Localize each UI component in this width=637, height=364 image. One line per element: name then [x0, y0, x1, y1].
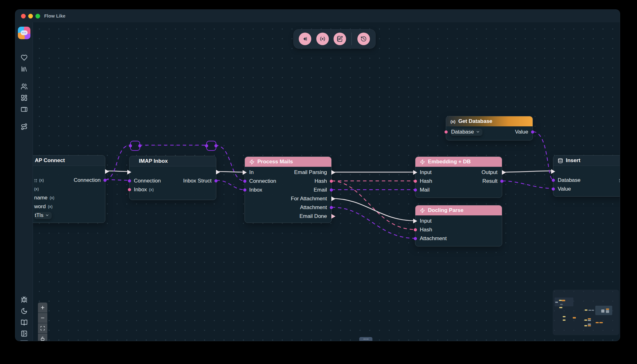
wire-reroute-2--process-mails-Connection[interactable]	[215, 145, 245, 181]
plus-icon	[40, 305, 45, 310]
notebook-pen-button[interactable]	[334, 33, 346, 45]
wire-imap-connect-Connection--imap-inbox-Connection[interactable]	[105, 180, 129, 180]
node-imap-connect[interactable]: AP Connect(x)Connection(x)name(x)word(x)…	[33, 155, 105, 223]
hash-in-pin[interactable]	[414, 180, 417, 183]
node-row: InEmail Parsing	[245, 168, 331, 177]
node-header: (x)Get Database	[446, 116, 533, 126]
titlebar: Flow Like	[15, 10, 620, 22]
sidebar-users-icon[interactable]	[20, 83, 28, 90]
wire-imap-inbox-exec--process-mails-In[interactable]	[216, 171, 245, 172]
reroute-node-1[interactable]	[130, 141, 140, 151]
wire-embedding-db-Result--insert-Value[interactable]	[502, 181, 553, 188]
wire-process-mails-Attachment--docling-parse-Attachment[interactable]	[332, 207, 415, 238]
user-avatar[interactable]	[18, 340, 30, 341]
node-get-database[interactable]: (x)Get DatabaseDatabaseValue	[446, 116, 533, 140]
wire-process-mails-For-Attachment--docling-parse-Input[interactable]	[331, 198, 415, 221]
database-in-pin[interactable]	[445, 130, 448, 134]
row-grip-icon[interactable]	[619, 178, 620, 182]
variables-icon	[319, 36, 326, 42]
connection-in-pin[interactable]	[128, 179, 131, 182]
exec-in-pin[interactable]	[551, 169, 555, 174]
sidebar-moon-icon[interactable]	[20, 307, 28, 315]
pin-label: For Attachment	[291, 196, 327, 202]
node-process-mails[interactable]: Process MailsInEmail ParsingConnectionHa…	[245, 156, 332, 223]
sidebar-briefcase-icon[interactable]	[20, 105, 28, 113]
sidebar-book-open-icon[interactable]	[20, 319, 28, 326]
connection-in-pin[interactable]	[243, 180, 246, 183]
pin-label: Database	[558, 177, 581, 183]
row-grip-icon[interactable]	[34, 178, 37, 182]
chevron-down-icon[interactable]	[45, 213, 49, 217]
wire-imap-inbox-Inbox-Struct--process-mails-Inbox[interactable]	[216, 180, 245, 190]
node-embedding-db[interactable]: Embedding + DBInputOutputHashResultMail	[415, 156, 502, 198]
hash-in-pin[interactable]	[414, 228, 417, 231]
node-row: InboxEmail	[245, 186, 331, 194]
email-out-pin[interactable]	[330, 188, 333, 192]
dropdown-pill[interactable]: tTls	[34, 212, 52, 219]
attachment-out-pin[interactable]	[330, 206, 333, 209]
pin-label: Attachment	[420, 235, 447, 242]
attachment-in-pin[interactable]	[414, 237, 417, 240]
chevron-down-icon[interactable]	[476, 130, 480, 134]
wire-process-mails-Hash--docling-parse-Hash[interactable]	[332, 181, 415, 229]
inbox-in-pin[interactable]	[128, 188, 131, 191]
lock-open-button[interactable]	[38, 334, 47, 341]
wire-get-database-Value--insert-Database[interactable]	[533, 132, 553, 180]
value-in-pin[interactable]	[552, 187, 555, 191]
node-insert[interactable]: InsertDatabaseValue	[553, 155, 620, 197]
wire-embedding-db-Output--insert-exec[interactable]	[502, 171, 553, 172]
reroute-out-pin[interactable]	[138, 144, 141, 147]
reroute-in-pin[interactable]	[205, 144, 208, 147]
output-out-pin[interactable]	[502, 170, 506, 175]
dropdown-pill[interactable]: Database	[450, 129, 482, 136]
bottom-dock-handle[interactable]	[359, 337, 372, 341]
fit-view-button[interactable]	[38, 323, 47, 333]
variable-badge: (x)	[39, 178, 44, 182]
exec-in-pin[interactable]	[127, 170, 131, 175]
node-row	[33, 167, 105, 176]
sidebar-bug-icon[interactable]	[20, 296, 28, 303]
history-button[interactable]	[357, 33, 370, 45]
exec-out-pin[interactable]	[105, 169, 109, 174]
zoom-button[interactable]	[35, 14, 40, 18]
for-attachment-out-pin[interactable]	[331, 197, 335, 201]
input-in-pin[interactable]	[413, 219, 417, 224]
connection-out-pin[interactable]	[103, 179, 107, 182]
node-docling-parse[interactable]: Docling ParseInputHashAttachment	[415, 205, 502, 246]
inbox-struct-out-pin[interactable]	[214, 179, 218, 182]
exec-out-pin[interactable]	[216, 170, 220, 175]
sidebar-library-icon[interactable]	[20, 65, 28, 73]
in-in-pin[interactable]	[243, 170, 247, 175]
node-imap-inbox[interactable]: IMAP InboxConnectionInbox StructInbox(x)	[129, 156, 216, 200]
email-parsing-out-pin[interactable]	[331, 170, 335, 175]
minimap[interactable]	[553, 290, 619, 335]
run-button[interactable]	[299, 33, 311, 45]
reroute-node-2[interactable]	[206, 141, 216, 151]
variables-button[interactable]	[316, 33, 329, 45]
sidebar-heart-icon[interactable]	[20, 54, 28, 61]
reroute-out-pin[interactable]	[214, 144, 218, 147]
sidebar-layout-grid-icon[interactable]	[20, 94, 28, 102]
value-out-pin[interactable]	[531, 130, 534, 134]
minimize-button[interactable]	[28, 14, 33, 18]
hash-out-pin[interactable]	[330, 180, 333, 183]
result-out-pin[interactable]	[500, 180, 503, 183]
minimap-node-rect	[559, 307, 562, 308]
email-done-out-pin[interactable]	[331, 214, 335, 219]
sidebar-panel-left-open-icon[interactable]	[20, 330, 28, 337]
plus-button[interactable]	[38, 303, 47, 313]
wire-imap-connect-Connection--reroute-1[interactable]	[105, 145, 130, 180]
inbox-in-pin[interactable]	[243, 188, 246, 192]
minus-button[interactable]	[38, 313, 47, 323]
database-in-pin[interactable]	[552, 179, 555, 182]
app-logo[interactable]	[18, 27, 30, 39]
input-in-pin[interactable]	[413, 170, 417, 175]
flow-canvas[interactable]: AP Connect(x)Connection(x)name(x)word(x)…	[33, 22, 620, 341]
sidebar-route-icon[interactable]	[20, 123, 28, 130]
node-title: Process Mails	[257, 159, 293, 165]
node-row: word(x)	[33, 202, 105, 211]
close-button[interactable]	[21, 14, 26, 18]
variable-badge: (x)	[149, 187, 154, 192]
mail-in-pin[interactable]	[414, 188, 417, 192]
reroute-in-pin[interactable]	[129, 144, 132, 147]
